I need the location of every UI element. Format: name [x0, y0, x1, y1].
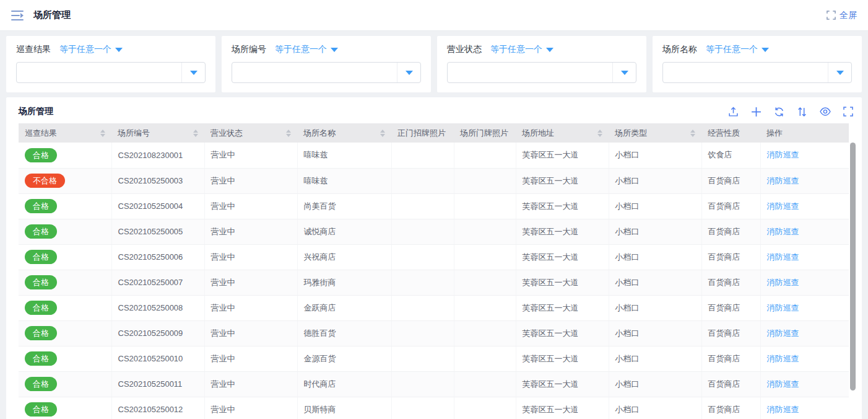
cell-nature: 百货商店	[701, 295, 760, 320]
inspection-result-badge: 合格	[25, 250, 57, 264]
table-fullscreen-icon[interactable]	[843, 107, 853, 117]
sort-carets-icon[interactable]	[193, 130, 198, 137]
page-title: 场所管理	[33, 9, 71, 21]
cell-address: 芙蓉区五一大道	[516, 346, 609, 371]
fire-inspection-link[interactable]: 消防巡查	[767, 278, 799, 287]
fire-inspection-link[interactable]: 消防巡查	[767, 150, 799, 159]
fire-inspection-link[interactable]: 消防巡查	[767, 201, 799, 211]
column-header-result[interactable]: 巡查结果	[19, 123, 111, 143]
cell-code: CS202105250011	[111, 371, 204, 397]
place-name-select[interactable]	[662, 62, 852, 83]
cell-name: 金跃商店	[297, 295, 391, 320]
filter-operator-dropdown[interactable]: 等于任意一个	[59, 44, 123, 55]
fire-inspection-link[interactable]: 消防巡查	[767, 354, 799, 363]
refresh-icon[interactable]	[774, 107, 784, 117]
fire-inspection-link[interactable]: 消防巡查	[767, 405, 799, 414]
sort-icon[interactable]	[797, 107, 807, 117]
cell-code: CS202105250010	[111, 346, 204, 371]
cell-nature: 百货商店	[701, 270, 760, 295]
place-code-select[interactable]	[232, 62, 421, 83]
column-header-nature: 经营性质	[701, 123, 760, 143]
sort-carets-icon[interactable]	[380, 130, 385, 137]
table-header-row: 巡查结果场所编号营业状态场所名称正门招牌照片场所门牌照片场所地址场所类型经营性质…	[19, 123, 849, 143]
filter-card-inspection-result: 巡查结果 等于任意一个	[6, 36, 215, 92]
export-icon[interactable]	[728, 107, 739, 117]
sort-carets-icon[interactable]	[690, 130, 695, 137]
cell-address: 芙蓉区五一大道	[516, 143, 609, 168]
column-header-address[interactable]: 场所地址	[516, 123, 609, 143]
column-header-action: 操作	[760, 123, 849, 143]
fire-inspection-link[interactable]: 消防巡查	[767, 379, 799, 389]
column-header-status[interactable]: 营业状态	[204, 123, 297, 143]
cell-front_photo	[391, 219, 454, 244]
business-status-select[interactable]	[447, 62, 636, 83]
cell-front_photo	[391, 371, 454, 397]
cell-action: 消防巡查	[760, 397, 849, 419]
cell-name: 兴祝商店	[297, 244, 391, 270]
cell-result: 合格	[19, 219, 111, 244]
cell-name: 玛雅街商	[297, 270, 391, 295]
table-header: 巡查结果场所编号营业状态场所名称正门招牌照片场所门牌照片场所地址场所类型经营性质…	[19, 123, 849, 143]
cell-type: 小档口	[609, 219, 701, 244]
fire-inspection-link[interactable]: 消防巡查	[767, 252, 799, 262]
sort-carets-icon[interactable]	[597, 130, 602, 137]
cell-address: 芙蓉区五一大道	[516, 244, 609, 270]
column-header-code[interactable]: 场所编号	[111, 123, 204, 143]
fullscreen-icon	[827, 11, 836, 20]
column-header-name[interactable]: 场所名称	[297, 123, 391, 143]
cell-action: 消防巡查	[760, 193, 849, 219]
column-header-type[interactable]: 场所类型	[609, 123, 701, 143]
cell-address: 芙蓉区五一大道	[516, 295, 609, 320]
fullscreen-button[interactable]: 全屏	[827, 10, 857, 21]
filter-bar: 巡查结果 等于任意一个 场所编号 等于任意一个 营业状态 等于任意一个	[6, 36, 862, 92]
inspection-result-select[interactable]	[16, 62, 206, 83]
add-icon[interactable]	[751, 107, 762, 117]
cell-plate_photo	[454, 320, 516, 346]
filter-operator-dropdown[interactable]: 等于任意一个	[490, 44, 553, 55]
places-table: 巡查结果场所编号营业状态场所名称正门招牌照片场所门牌照片场所地址场所类型经营性质…	[19, 123, 849, 419]
filter-operator-dropdown[interactable]: 等于任意一个	[275, 44, 338, 55]
inspection-result-badge: 合格	[25, 301, 57, 315]
chevron-down-icon	[331, 48, 338, 52]
view-columns-icon[interactable]	[820, 106, 831, 117]
table-scrollbar[interactable]	[850, 143, 854, 419]
cell-result: 不合格	[19, 168, 111, 193]
cell-result: 合格	[19, 397, 111, 419]
panel-title: 场所管理	[19, 106, 53, 117]
chevron-down-icon	[406, 71, 413, 75]
table-row: 合格CS202105250008营业中金跃商店芙蓉区五一大道小档口百货商店消防巡…	[19, 295, 849, 320]
fire-inspection-link[interactable]: 消防巡查	[767, 227, 799, 236]
sort-carets-icon[interactable]	[286, 130, 291, 137]
cell-type: 小档口	[609, 244, 701, 270]
cell-plate_photo	[454, 371, 516, 397]
topbar: 场所管理 全屏	[0, 0, 868, 31]
fire-inspection-link[interactable]: 消防巡查	[767, 329, 799, 338]
inspection-result-badge: 合格	[25, 199, 57, 213]
cell-name: 诚悦商店	[297, 219, 391, 244]
menu-collapse-icon[interactable]	[11, 11, 24, 20]
cell-name: 嘻味兹	[297, 143, 391, 168]
cell-action: 消防巡查	[760, 219, 849, 244]
cell-status: 营业中	[204, 295, 297, 320]
places-panel: 场所管理	[6, 97, 862, 419]
cell-address: 芙蓉区五一大道	[516, 371, 609, 397]
cell-front_photo	[391, 193, 454, 219]
cell-address: 芙蓉区五一大道	[516, 219, 609, 244]
fire-inspection-link[interactable]: 消防巡查	[767, 176, 799, 185]
table-row: 合格CS202105250012营业中贝斯特商芙蓉区五一大道小档口百货商店消防巡…	[19, 397, 849, 419]
cell-address: 芙蓉区五一大道	[516, 397, 609, 419]
sort-carets-icon[interactable]	[100, 130, 105, 137]
cell-plate_photo	[454, 219, 516, 244]
fire-inspection-link[interactable]: 消防巡查	[767, 303, 799, 312]
chevron-down-icon	[190, 71, 197, 75]
chevron-down-icon	[836, 71, 844, 75]
scrollbar-thumb[interactable]	[850, 143, 856, 390]
cell-action: 消防巡查	[760, 346, 849, 371]
cell-type: 小档口	[609, 371, 701, 397]
cell-action: 消防巡查	[760, 295, 849, 320]
cell-status: 营业中	[204, 346, 297, 371]
filter-operator-dropdown[interactable]: 等于任意一个	[706, 44, 769, 55]
cell-nature: 百货商店	[701, 346, 760, 371]
inspection-result-badge: 合格	[25, 402, 57, 417]
cell-code: CS202105250008	[111, 295, 204, 320]
